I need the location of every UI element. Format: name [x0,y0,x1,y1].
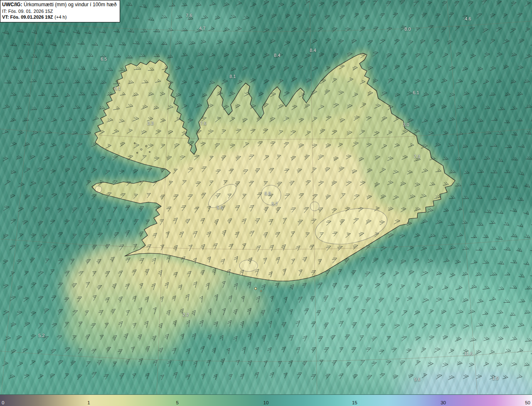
colorbar-tick-label: 5 [176,400,178,405]
colorbar-tick-label: 0 [2,400,4,405]
weather-map-page: 7.64.74.68.06.58.48.48.15.16.13.37.63.07… [0,0,532,406]
precip-colorbar: 01510153050 [0,394,532,406]
colorbar-tick-label: 1 [87,400,90,405]
map-canvas [0,0,532,394]
colorbar-tick-label: 10 [264,400,269,405]
valid-time-line: VT: Fös. 09.01.2026 19Z(+4 h) [2,14,116,20]
colorbar-tick-label: 15 [352,400,357,405]
map-legend-box: UWC/IG: Úrkomumætti (mm) og vindur í 100… [0,0,120,22]
valid-offset: (+4 h) [54,15,66,20]
init-time-line: IT: Fös. 09. 01. 2026 15Z [2,8,116,15]
product-title: Úrkomumætti (mm) og vindur í 100m hæð [24,2,116,7]
product-title-line: UWC/IG: Úrkomumætti (mm) og vindur í 100… [2,2,116,8]
colorbar-tick-label: 50 [525,400,530,405]
colorbar-tick-label: 30 [441,400,446,405]
valid-time: VT: Fös. 09.01.2026 19Z [2,15,53,20]
model-name: UWC/IG: [2,2,22,7]
